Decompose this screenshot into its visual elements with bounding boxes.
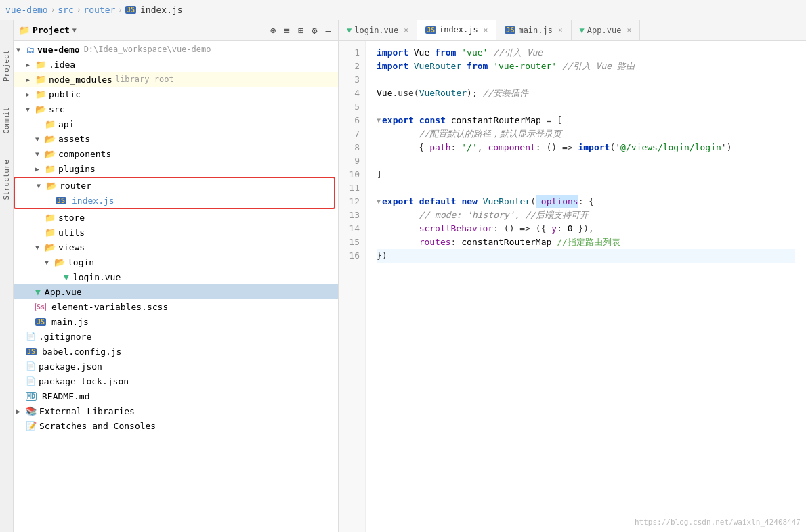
arrow-vue-demo: ▼ [16, 46, 26, 53]
tree-item-login-vue[interactable]: ▼ login.vue [14, 269, 338, 284]
tree-item-src[interactable]: ▼ 📂 src [14, 102, 338, 116]
tree-item-views[interactable]: ▼ 📂 views [14, 240, 338, 254]
tree-label-idea: .idea [49, 60, 75, 70]
cls-vuerouter: VueRouter [414, 60, 467, 73]
line-numbers: 1 2 3 4 5 6 7 8 9 10 11 12 13 14 15 16 [339, 41, 366, 532]
folder-icon-utils: 📁 [45, 227, 56, 238]
folder-icon-components: 📂 [45, 149, 56, 159]
tree-item-app-vue[interactable]: ▼ App.vue [14, 284, 338, 299]
tree-label-index-js: index.js [72, 196, 114, 206]
tab-label-main-js: main.js [518, 26, 553, 35]
cls-vuerouter-use: VueRouter [419, 87, 467, 100]
tree-label-element-variables: element-variables.scss [51, 302, 168, 312]
breadcrumb: vue-demo › src › router › JS index.js [0, 0, 806, 20]
tree-item-plugins[interactable]: ▶ 📁 plugins [14, 161, 338, 176]
vtab-structure[interactable]: Structure [1, 157, 12, 203]
vtab-commit[interactable]: Commit [1, 104, 12, 137]
tree-item-api[interactable]: 📁 api [14, 116, 338, 131]
folder-icon-login: 📂 [54, 257, 65, 267]
tree-item-package-lock-json[interactable]: 📄 package-lock.json [14, 374, 338, 389]
tree-item-main-js[interactable]: JS main.js [14, 314, 338, 329]
tree-label-scratches: Scratches and Consoles [39, 421, 156, 431]
tab-index-js[interactable]: JS index.js × [417, 20, 496, 41]
tree-item-gitignore[interactable]: 📄 .gitignore [14, 329, 338, 344]
fold-icon-6[interactable]: ▼ [377, 114, 381, 127]
punct-colon-2: : () => [536, 141, 578, 154]
tree-item-components[interactable]: ▼ 📂 components [14, 146, 338, 161]
str-path: '/' [461, 141, 477, 154]
tree-item-router[interactable]: ▼ 📂 router [15, 178, 334, 193]
punct-import-end: ') [721, 141, 732, 154]
arrow-plugins: ▶ [35, 165, 45, 173]
tree-label-store: store [58, 213, 85, 223]
tree-item-scratches[interactable]: 📝 Scratches and Consoles [14, 418, 338, 433]
tree-item-babel-config[interactable]: JS babel.config.js [14, 344, 338, 359]
tree-item-index-js[interactable]: JS index.js [15, 193, 334, 208]
tree-path-vue-demo: D:\Idea_workspace\vue-demo [84, 45, 211, 54]
breadcrumb-router[interactable]: router [83, 5, 115, 15]
close-sidebar-icon[interactable]: — [324, 24, 333, 37]
settings-icon[interactable]: ⚙ [310, 24, 318, 37]
punct-import-start: (' [610, 141, 620, 154]
collapse-all-icon[interactable]: ≡ [282, 24, 291, 37]
param-scroll: scrollBehavior [419, 222, 494, 236]
scratches-icon: 📝 [26, 421, 37, 431]
code-line-2: import VueRouter from 'vue-router' //引入 … [377, 60, 795, 73]
breadcrumb-src[interactable]: src [58, 5, 73, 15]
fold-icon-12[interactable]: ▼ [377, 195, 381, 208]
folder-icon-src: 📂 [35, 104, 46, 114]
tree-item-utils[interactable]: 📁 utils [14, 225, 338, 240]
tab-main-js[interactable]: JS main.js × [496, 20, 571, 41]
code-editor[interactable]: import Vue from 'vue' //引入 Vue import Vu… [366, 41, 806, 532]
vtab-project[interactable]: Project [1, 47, 12, 84]
tree-item-readme[interactable]: MD README.md [14, 389, 338, 403]
tree-item-node-modules[interactable]: ▶ 📁 node_modules library root [14, 72, 338, 87]
git-icon-gitignore: 📄 [26, 332, 36, 341]
tree-item-idea[interactable]: ▶ 📁 .idea [14, 57, 338, 72]
str-vue: 'vue' [461, 46, 488, 60]
tree-label-router: router [60, 181, 91, 191]
var-vue-use: Vue [377, 87, 392, 100]
locate-file-icon[interactable]: ⊕ [269, 24, 277, 37]
tree-item-assets[interactable]: ▼ 📂 assets [14, 131, 338, 146]
tab-close-index-js[interactable]: × [484, 26, 488, 35]
file-tree: ▼ 🗂 vue-demo D:\Idea_workspace\vue-demo … [14, 41, 338, 532]
code-line-14: scrollBehavior: () => ({ y: 0 }), [377, 222, 795, 236]
js-icon-tab-index: JS [425, 26, 436, 34]
tree-label-plugins: plugins [58, 164, 96, 174]
tree-label-login-vue: login.vue [73, 272, 121, 282]
tree-item-login-folder[interactable]: ▼ 📂 login [14, 254, 338, 269]
punct-paren-open: ( [530, 195, 536, 208]
json-icon-package: 📄 [26, 361, 36, 371]
tree-item-package-json[interactable]: 📄 package.json [14, 359, 338, 374]
tree-label-app-vue: App.vue [45, 287, 82, 297]
tree-item-external-libs[interactable]: ▶ 📚 External Libraries [14, 403, 338, 418]
arrow-components: ▼ [35, 150, 45, 158]
tab-close-app-vue[interactable]: × [627, 26, 631, 35]
tree-item-public[interactable]: ▶ 📁 public [14, 87, 338, 102]
arrow-assets: ▼ [35, 135, 45, 143]
tree-label-components: components [58, 149, 111, 159]
breadcrumb-project[interactable]: vue-demo [5, 5, 48, 15]
sidebar-dropdown-icon[interactable]: ▼ [72, 26, 77, 34]
tree-item-store[interactable]: 📁 store [14, 210, 338, 225]
tab-login-vue[interactable]: ▼ login.vue × [339, 20, 417, 41]
tab-app-vue[interactable]: ▼ App.vue × [572, 20, 640, 41]
tab-close-main-js[interactable]: × [558, 26, 563, 35]
kw-export-const: export [382, 114, 419, 127]
editor-content: 1 2 3 4 5 6 7 8 9 10 11 12 13 14 15 16 [339, 41, 806, 532]
tree-item-vue-demo[interactable]: ▼ 🗂 vue-demo D:\Idea_workspace\vue-demo [14, 42, 338, 57]
tree-label-assets: assets [58, 134, 90, 144]
editor-wrapper: 1 2 3 4 5 6 7 8 9 10 11 12 13 14 15 16 [339, 41, 806, 532]
tree-label-login-folder: login [68, 257, 94, 267]
kw-default: default [419, 195, 462, 208]
tab-close-login-vue[interactable]: × [404, 26, 408, 35]
tree-item-element-variables[interactable]: Ss element-variables.scss [14, 299, 338, 314]
vertical-tab-panel: Project Commit Structure [0, 20, 14, 532]
expand-all-icon[interactable]: ⊞ [297, 24, 305, 37]
code-line-13: // mode: 'history', //后端支持可开 [377, 208, 795, 222]
tree-label-api: api [58, 119, 74, 129]
tree-label-views: views [58, 242, 85, 252]
kw-const: const [419, 114, 451, 127]
arrow-router: ▼ [37, 182, 46, 190]
